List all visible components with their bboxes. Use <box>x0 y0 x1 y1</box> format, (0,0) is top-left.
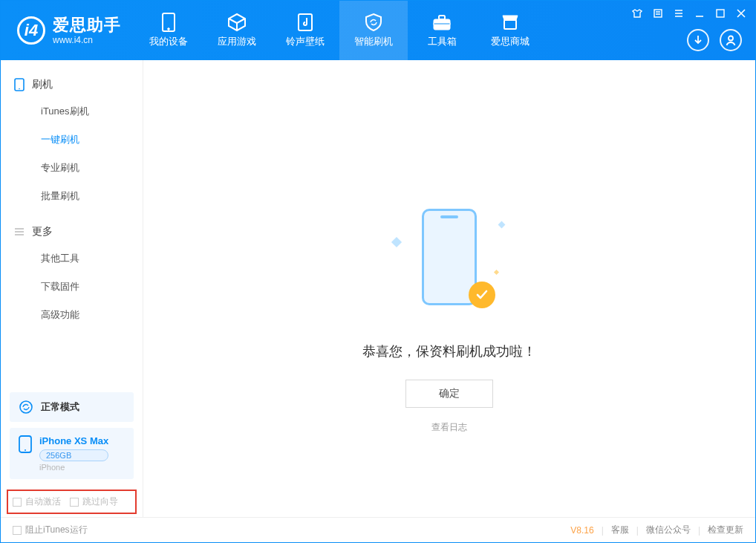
window-controls <box>630 7 748 20</box>
device-name: iPhone XS Max <box>39 435 108 446</box>
checkbox-icon <box>70 498 79 507</box>
checkbox-icon <box>13 526 22 535</box>
nav-store[interactable]: 爱思商城 <box>476 1 544 60</box>
nav-label: 智能刷机 <box>354 35 393 48</box>
phone-icon <box>14 78 25 91</box>
sidebar-item-batch-flash[interactable]: 批量刷机 <box>1 182 143 210</box>
phone-icon <box>19 435 32 453</box>
view-log-link[interactable]: 查看日志 <box>431 421 467 434</box>
sidebar-group-flash: 刷机 <box>1 72 143 97</box>
footer-link-wechat[interactable]: 微信公众号 <box>646 524 691 536</box>
sparkle-icon <box>498 221 506 229</box>
flash-options-row: 自动激活 跳过向导 <box>7 490 137 514</box>
sidebar-item-advanced[interactable]: 高级功能 <box>1 301 143 329</box>
divider: | <box>636 525 639 536</box>
device-mode-label: 正常模式 <box>41 400 79 414</box>
app-header: i4 爱思助手 www.i4.cn 我的设备 应用游戏 铃声壁纸 <box>1 1 755 60</box>
top-nav: 我的设备 应用游戏 铃声壁纸 智能刷机 工具箱 <box>134 1 544 60</box>
note-icon[interactable] <box>651 7 665 20</box>
logo-icon: i4 <box>17 16 45 45</box>
device-type: iPhone <box>39 463 108 472</box>
footer-link-support[interactable]: 客服 <box>611 524 629 536</box>
success-message: 恭喜您，保资料刷机成功啦！ <box>362 342 536 360</box>
device-icon <box>159 13 178 32</box>
sidebar-group-more: 更多 <box>1 219 143 244</box>
ok-button[interactable]: 确定 <box>405 380 493 408</box>
success-illustration <box>397 209 501 313</box>
group-title: 更多 <box>32 225 53 238</box>
app-name: 爱思助手 <box>53 16 121 35</box>
device-capacity: 256GB <box>39 449 108 461</box>
app-logo: i4 爱思助手 www.i4.cn <box>1 1 134 60</box>
footer-link-update[interactable]: 检查更新 <box>708 524 743 536</box>
svg-point-14 <box>25 449 26 451</box>
divider: | <box>602 525 604 536</box>
svg-point-12 <box>20 401 32 413</box>
nav-my-device[interactable]: 我的设备 <box>134 1 203 60</box>
user-button[interactable] <box>720 29 742 51</box>
toolbox-icon <box>432 13 452 32</box>
sidebar-item-other-tools[interactable]: 其他工具 <box>1 244 143 273</box>
device-info-card[interactable]: iPhone XS Max 256GB iPhone <box>10 428 134 479</box>
nav-label: 我的设备 <box>149 35 188 48</box>
check-badge-icon <box>469 282 495 308</box>
download-button[interactable] <box>687 29 709 51</box>
checkbox-block-itunes[interactable]: 阻止iTunes运行 <box>13 524 88 536</box>
svg-rect-8 <box>717 10 724 17</box>
nav-label: 工具箱 <box>428 35 457 48</box>
status-bar: 阻止iTunes运行 V8.16 | 客服 | 微信公众号 | 检查更新 <box>1 517 755 542</box>
svg-point-9 <box>729 36 733 41</box>
shirt-icon[interactable] <box>630 7 644 20</box>
group-title: 刷机 <box>32 78 53 91</box>
svg-rect-7 <box>654 10 662 17</box>
sidebar-item-itunes-flash[interactable]: iTunes刷机 <box>1 97 143 126</box>
svg-rect-4 <box>439 16 445 19</box>
svg-point-11 <box>19 88 20 90</box>
header-actions <box>687 29 742 51</box>
nav-apps-games[interactable]: 应用游戏 <box>203 1 271 60</box>
app-url: www.i4.cn <box>53 35 121 45</box>
divider: | <box>698 525 700 536</box>
sync-icon <box>19 400 33 414</box>
music-note-icon <box>296 13 315 32</box>
sparkle-icon <box>391 237 402 247</box>
checkbox-label: 自动激活 <box>25 495 61 508</box>
maximize-button[interactable] <box>714 7 727 20</box>
nav-smart-flash[interactable]: 智能刷机 <box>339 1 408 60</box>
svg-rect-5 <box>434 23 450 25</box>
nav-label: 爱思商城 <box>491 35 529 48</box>
checkbox-skip-guide[interactable]: 跳过向导 <box>70 495 118 508</box>
sidebar-item-download-firmware[interactable]: 下载固件 <box>1 273 143 301</box>
shield-sync-icon <box>364 13 383 32</box>
main-content: 恭喜您，保资料刷机成功啦！ 确定 查看日志 <box>143 60 755 517</box>
sidebar: 刷机 iTunes刷机 一键刷机 专业刷机 批量刷机 更多 其他工具 下载固件 … <box>1 60 143 517</box>
checkbox-label: 跳过向导 <box>82 495 118 508</box>
checkbox-icon <box>13 498 22 507</box>
cube-icon <box>227 13 247 32</box>
version-label: V8.16 <box>570 525 593 536</box>
svg-point-1 <box>168 28 170 30</box>
nav-label: 应用游戏 <box>218 35 256 48</box>
nav-label: 铃声壁纸 <box>286 35 325 48</box>
sidebar-item-oneclick-flash[interactable]: 一键刷机 <box>1 126 143 154</box>
sparkle-icon <box>494 270 499 275</box>
checkbox-auto-activate[interactable]: 自动激活 <box>13 495 61 508</box>
close-button[interactable] <box>734 7 748 20</box>
menu-lines-icon <box>14 227 25 237</box>
menu-icon[interactable] <box>672 7 685 20</box>
nav-ringtones[interactable]: 铃声壁纸 <box>271 1 339 60</box>
device-mode-card[interactable]: 正常模式 <box>10 392 134 422</box>
svg-rect-6 <box>504 20 516 29</box>
sidebar-item-pro-flash[interactable]: 专业刷机 <box>1 154 143 182</box>
minimize-button[interactable] <box>693 7 706 20</box>
nav-toolbox[interactable]: 工具箱 <box>408 1 476 60</box>
checkbox-label: 阻止iTunes运行 <box>25 524 88 536</box>
store-icon <box>501 13 520 32</box>
